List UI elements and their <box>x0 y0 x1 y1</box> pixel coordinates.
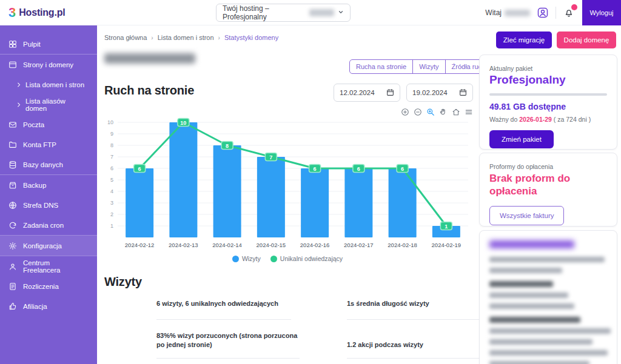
database-icon <box>8 160 17 169</box>
package-card-label: Aktualny pakiet <box>489 65 607 72</box>
svg-text:10: 10 <box>180 120 186 126</box>
svg-text:7: 7 <box>269 154 272 160</box>
breadcrumb-chevron-icon: › <box>151 35 153 41</box>
main-content: Strona główna › Lista domen i stron › St… <box>97 25 621 364</box>
svg-text:2: 2 <box>110 211 113 217</box>
traffic-chart[interactable]: 123456789102024-02-122024-02-132024-02-1… <box>102 116 473 257</box>
package-name: Profesjonalny <box>489 73 607 87</box>
visits-stat-bounce: 83%% wizyt porzuconych (strona porzucona… <box>156 331 300 359</box>
home-reset-icon[interactable] <box>452 108 460 116</box>
svg-text:8: 8 <box>110 142 113 148</box>
sidebar-item-zadania-cron[interactable]: Zadania cron <box>0 215 97 235</box>
calendar-icon <box>459 88 467 98</box>
globe-icon <box>8 201 17 210</box>
package-card: Aktualny pakiet Profesjonalny 49.81 GB d… <box>479 55 617 150</box>
order-migration-button[interactable]: Zleć migrację <box>496 31 552 48</box>
svg-text:10: 10 <box>107 119 113 125</box>
logout-button[interactable]: Wyloguj <box>582 0 621 25</box>
breadcrumb: Strona główna › Lista domen i stron › St… <box>104 34 278 41</box>
menu-icon[interactable] <box>465 108 473 116</box>
sidebar-item-strefa-dns[interactable]: Strefa DNS <box>0 195 97 215</box>
svg-text:9: 9 <box>110 131 113 137</box>
blurred-account-id <box>309 9 334 16</box>
breadcrumb-home[interactable]: Strona główna <box>104 34 147 41</box>
svg-text:2024-02-15: 2024-02-15 <box>257 242 286 248</box>
chart-toolbar <box>352 108 473 116</box>
blurred-domain-name <box>104 53 195 64</box>
avatar[interactable] <box>535 5 550 20</box>
sidebar-item-poczta[interactable]: Poczta <box>0 114 97 134</box>
zoom-in-icon[interactable] <box>401 108 409 116</box>
blurred-config-line <box>489 303 574 309</box>
svg-text:5: 5 <box>110 177 113 183</box>
redo-arrow-icon <box>8 221 17 230</box>
app-window: 3 Hosting.pl Twój hosting – Profesjonaln… <box>0 0 621 364</box>
sidebar-item-pulpit[interactable]: Pulpit <box>0 34 97 54</box>
freelancer-user-icon <box>8 262 17 271</box>
svg-text:7: 7 <box>110 154 113 160</box>
pan-hand-icon[interactable] <box>439 108 448 116</box>
date-from-input[interactable]: 12.02.2024 <box>334 84 400 102</box>
legend-dot-blue <box>232 256 239 262</box>
logo-icon: 3 <box>8 6 16 19</box>
sidebar-item-rozliczenia[interactable]: Rozliczenia <box>0 276 97 296</box>
svg-text:6: 6 <box>110 165 113 171</box>
breadcrumb-current: Statystyki domeny <box>224 34 278 41</box>
invoice-document-icon <box>8 282 17 291</box>
svg-text:1: 1 <box>110 223 113 229</box>
all-invoices-button[interactable]: Wszystkie faktury <box>489 206 564 225</box>
notifications-bell-icon[interactable] <box>562 5 576 20</box>
hosting-select[interactable]: Twój hosting – Profesjonalny <box>216 4 351 22</box>
sidebar-item-lista-domen[interactable]: Lista domen i stron <box>0 74 97 94</box>
tab-wizyty[interactable]: Wizyty <box>412 60 445 73</box>
svg-text:2024-02-18: 2024-02-18 <box>388 242 417 248</box>
statistics-tabs: Rucha na stronie Wizyty Źródła ruchu <box>349 59 495 74</box>
traffic-chart-svg: 123456789102024-02-122024-02-132024-02-1… <box>102 116 473 257</box>
sidebar-item-bazy-danych[interactable]: Bazy danych <box>0 154 97 174</box>
legend-dot-green <box>270 256 277 262</box>
tab-ruch-na-stronie[interactable]: Rucha na stronie <box>350 60 412 73</box>
chevron-right-icon <box>16 82 22 88</box>
logo[interactable]: 3 Hosting.pl <box>8 0 65 25</box>
notification-dot <box>571 4 577 10</box>
sidebar-item-afiliacja[interactable]: Afiliacja <box>0 296 97 316</box>
blurred-config-line <box>489 361 589 364</box>
blurred-config-line <box>489 293 568 298</box>
svg-text:8: 8 <box>226 143 229 149</box>
config-card-blurred <box>479 230 617 364</box>
add-domain-button[interactable]: Dodaj domenę <box>557 31 616 48</box>
breadcrumb-domain-list[interactable]: Lista domen i stron <box>158 34 214 41</box>
svg-text:1: 1 <box>445 223 448 230</box>
zoom-out-icon[interactable] <box>414 108 422 116</box>
sidebar-item-strony-i-domeny[interactable]: Strony i domeny <box>0 55 97 74</box>
visits-stat-actions: 1.2 akcji podczas wizyty <box>347 331 482 359</box>
svg-text:6: 6 <box>314 166 317 172</box>
gear-icon <box>8 242 17 250</box>
greeting-text: Witaj <box>485 8 530 17</box>
visits-stat-total: 6 wizyty, 6 unikalnych odwiedzających <box>156 299 291 320</box>
sidebar-item-backup[interactable]: Backup <box>0 175 97 195</box>
visits-section-title: Wizyty <box>104 275 142 289</box>
invoices-card: Proformy do opłacenia Brak proform do op… <box>479 153 617 227</box>
selection-zoom-icon[interactable] <box>426 108 435 116</box>
change-package-button[interactable]: Zmień pakiet <box>489 130 554 148</box>
sidebar-item-centrum-freelancera[interactable]: Centrum Freelancera <box>0 256 97 276</box>
svg-text:2024-02-19: 2024-02-19 <box>432 242 462 248</box>
traffic-section-title: Ruch na stronie <box>104 84 194 98</box>
legend-item-wizyty[interactable]: Wizyty <box>232 255 261 262</box>
archive-box-icon <box>8 181 17 190</box>
svg-text:4: 4 <box>110 188 113 194</box>
sidebar-item-konfiguracja[interactable]: Konfiguracja <box>0 236 97 256</box>
sidebar-item-konta-ftp[interactable]: Konta FTP <box>0 134 97 154</box>
sidebar-item-lista-aliasow[interactable]: Lista aliasów domen <box>0 94 97 114</box>
legend-item-unikalni[interactable]: Unikalni odwiedzający <box>270 255 343 262</box>
blurred-config-line <box>489 317 580 323</box>
svg-text:6: 6 <box>357 166 360 172</box>
blurred-config-line <box>489 339 592 345</box>
package-validity: Ważny do 2026-01-29 ( za 724 dni ) <box>489 116 607 123</box>
date-to-input[interactable]: 19.02.2024 <box>406 84 473 102</box>
svg-text:2024-02-12: 2024-02-12 <box>125 242 155 248</box>
blurred-config-title <box>489 240 574 248</box>
svg-text:2024-02-13: 2024-02-13 <box>169 242 198 248</box>
chevron-right-icon <box>16 102 22 108</box>
